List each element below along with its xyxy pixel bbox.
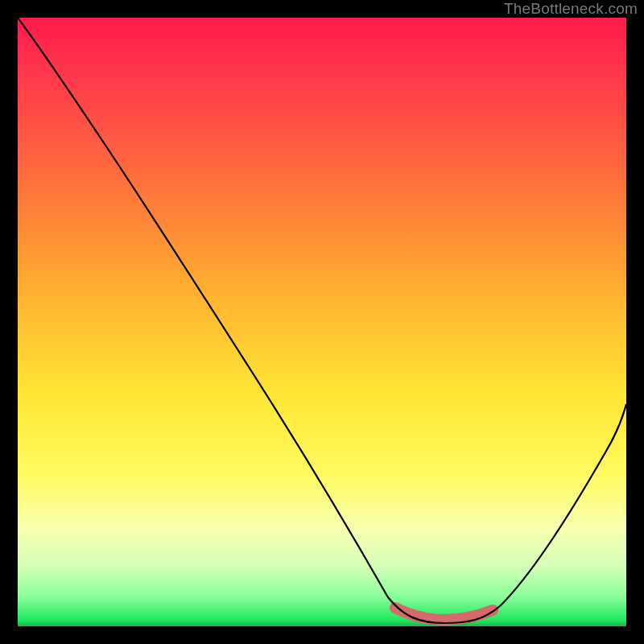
- curve-path: [18, 18, 626, 623]
- watermark-text: TheBottleneck.com: [504, 0, 638, 18]
- bottleneck-curve: [18, 18, 626, 626]
- chart-frame: TheBottleneck.com: [0, 0, 644, 644]
